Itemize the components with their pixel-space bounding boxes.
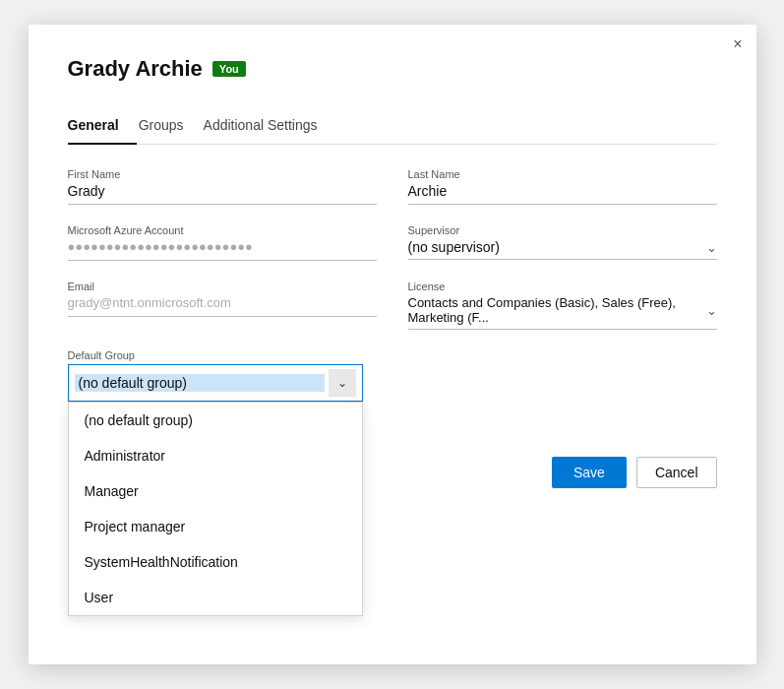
email-value: grady@ntnt.onmicrosoft.com bbox=[68, 295, 377, 317]
first-name-label: First Name bbox=[68, 168, 377, 180]
default-group-label: Default Group bbox=[68, 349, 717, 361]
dialog-header: Grady Archie You bbox=[68, 56, 717, 82]
first-name-field: First Name Grady bbox=[68, 168, 377, 205]
default-group-value: (no default group) bbox=[75, 374, 325, 392]
email-field: Email grady@ntnt.onmicrosoft.com bbox=[68, 281, 377, 330]
close-button[interactable]: × bbox=[733, 36, 742, 52]
tab-general[interactable]: General bbox=[68, 109, 137, 145]
dropdown-item-administrator[interactable]: Administrator bbox=[69, 438, 362, 473]
default-group-dropdown-list: (no default group) Administrator Manager… bbox=[68, 402, 363, 616]
form-grid: First Name Grady Last Name Archie Micros… bbox=[68, 168, 717, 330]
license-chevron-icon: ⌄ bbox=[700, 303, 717, 318]
dropdown-item-no-default[interactable]: (no default group) bbox=[69, 403, 362, 438]
last-name-field: Last Name Archie bbox=[408, 168, 717, 205]
azure-account-label: Microsoft Azure Account bbox=[68, 224, 377, 236]
cancel-button[interactable]: Cancel bbox=[636, 457, 717, 488]
dropdown-item-user[interactable]: User bbox=[69, 580, 362, 615]
user-name: Grady Archie bbox=[68, 56, 203, 82]
default-group-dropdown-button[interactable]: ⌄ bbox=[329, 369, 356, 397]
you-badge: You bbox=[212, 61, 246, 77]
default-group-input[interactable]: (no default group) ⌄ bbox=[68, 364, 363, 402]
dropdown-item-system-health[interactable]: SystemHealthNotification bbox=[69, 544, 362, 580]
supervisor-field: Supervisor (no supervisor) ⌄ bbox=[408, 224, 717, 261]
default-group-section: Default Group (no default group) ⌄ (no d… bbox=[68, 349, 717, 402]
azure-account-value: ●●●●●●●●●●●●●●●●●●●●●●●● bbox=[68, 239, 377, 261]
dropdown-item-manager[interactable]: Manager bbox=[69, 473, 362, 509]
azure-account-field: Microsoft Azure Account ●●●●●●●●●●●●●●●●… bbox=[68, 224, 377, 261]
save-button[interactable]: Save bbox=[552, 457, 627, 488]
user-dialog: × Grady Archie You General Groups Additi… bbox=[29, 25, 756, 664]
license-value: Contacts and Companies (Basic), Sales (F… bbox=[408, 295, 700, 325]
supervisor-label: Supervisor bbox=[408, 224, 717, 236]
supervisor-chevron-icon: ⌄ bbox=[700, 240, 717, 255]
license-dropdown[interactable]: Contacts and Companies (Basic), Sales (F… bbox=[408, 295, 717, 330]
supervisor-dropdown[interactable]: (no supervisor) ⌄ bbox=[408, 239, 717, 260]
email-label: Email bbox=[68, 281, 377, 292]
tab-bar: General Groups Additional Settings bbox=[68, 109, 717, 145]
license-label: License bbox=[408, 281, 717, 292]
supervisor-value: (no supervisor) bbox=[408, 239, 700, 255]
last-name-value: Archie bbox=[408, 183, 717, 205]
tab-additional-settings[interactable]: Additional Settings bbox=[202, 109, 335, 145]
tab-groups[interactable]: Groups bbox=[137, 109, 202, 145]
last-name-label: Last Name bbox=[408, 168, 717, 180]
first-name-value: Grady bbox=[68, 183, 377, 205]
dropdown-item-project-manager[interactable]: Project manager bbox=[69, 509, 362, 544]
license-field: License Contacts and Companies (Basic), … bbox=[408, 281, 717, 330]
